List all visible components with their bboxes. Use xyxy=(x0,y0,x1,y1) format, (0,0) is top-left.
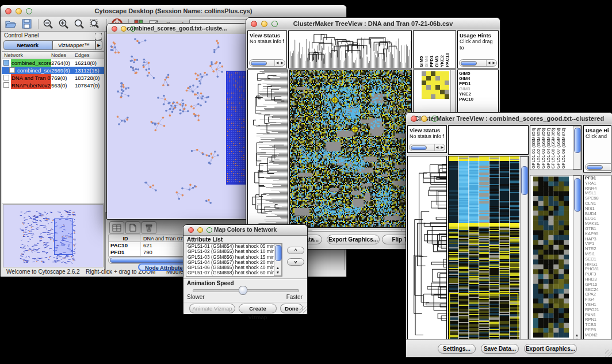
network-canvas[interactable] xyxy=(107,34,246,219)
close-button[interactable] xyxy=(5,8,12,14)
treeview2-window: ClusterMaker TreeView : combined_scores_… xyxy=(406,112,612,358)
scroll-left-icon[interactable]: ◀ xyxy=(435,144,440,151)
table-row[interactable]: DNA and Tran 07 769(0) 183728(0) xyxy=(2,74,104,82)
scroll-thumb[interactable] xyxy=(251,61,267,66)
resize-grip[interactable] xyxy=(300,306,307,313)
minimize-button[interactable] xyxy=(261,21,267,27)
scroll-left-icon[interactable]: ◀ xyxy=(487,60,492,66)
float-panel-icon[interactable] xyxy=(95,33,102,40)
minimize-button[interactable] xyxy=(421,116,427,122)
scroll-right-icon[interactable]: ▶ xyxy=(439,144,445,151)
global-heatmap-pane[interactable] xyxy=(289,70,412,228)
treeview1-titlebar[interactable]: ClusterMaker TreeView : DNA and Tran 07-… xyxy=(246,18,500,30)
move-up-button[interactable]: ^ xyxy=(287,247,304,254)
row-dendrogram-canvas[interactable] xyxy=(408,156,446,350)
save-data-button[interactable]: Save Data... xyxy=(481,344,519,354)
view-status-text: No status info f xyxy=(250,39,284,44)
close-button[interactable] xyxy=(112,26,117,32)
zoom-fit-icon[interactable] xyxy=(88,18,102,30)
new-attribute-icon[interactable] xyxy=(125,221,140,234)
column-dendrogram-pane[interactable] xyxy=(448,125,529,155)
zoom-heatmap-pane[interactable]: ▲▼ xyxy=(530,175,582,344)
zoom-button[interactable] xyxy=(130,26,136,32)
zoom-matrix-canvas[interactable] xyxy=(422,71,449,99)
zoom-button[interactable] xyxy=(26,8,32,14)
scroll-left-icon[interactable]: ◀ xyxy=(275,60,280,66)
list-item[interactable]: GPL51-07 (GSM868) heat shock 60 min xyxy=(186,270,274,275)
zoom-vscrollbar[interactable]: ▲▼ xyxy=(573,175,581,343)
vscroll-thumb[interactable] xyxy=(275,245,282,261)
zoom-button[interactable] xyxy=(206,227,212,233)
close-button[interactable] xyxy=(411,116,417,122)
slider-handle[interactable] xyxy=(239,286,247,295)
view-status-scrollbar[interactable]: ◀▶ xyxy=(409,144,445,151)
table-row[interactable]: combined_scores 2764(0) 16218(0) xyxy=(2,59,104,67)
global-heatmap-canvas[interactable] xyxy=(290,70,411,227)
view-status-title: View Status xyxy=(250,32,285,39)
minimize-button[interactable] xyxy=(16,8,22,14)
usage-hints-scrollbar[interactable] xyxy=(585,163,611,171)
minimize-button[interactable] xyxy=(197,227,203,233)
scroll-thumb[interactable] xyxy=(587,165,603,170)
export-graphics-button[interactable]: Export Graphics... xyxy=(327,235,380,244)
treeview2-body: View Status No status info f ◀▶ GPL51-01… xyxy=(406,124,612,357)
zoom-actual-icon[interactable] xyxy=(72,18,86,30)
row-dendrogram-pane[interactable] xyxy=(247,70,288,228)
resize-grip[interactable] xyxy=(605,350,612,357)
vscroll-thumb[interactable] xyxy=(574,178,581,212)
scroll-right-icon[interactable]: ▶ xyxy=(491,60,496,66)
close-button[interactable] xyxy=(188,227,194,233)
gene-label[interactable]: MON2 xyxy=(585,333,611,338)
scroll-up-icon[interactable]: ▲ xyxy=(575,333,579,337)
row-label: YKE2 xyxy=(459,91,498,97)
zoom-heatmap-canvas[interactable] xyxy=(533,177,569,338)
scroll-right-icon[interactable]: ▶ xyxy=(280,60,285,66)
main-titlebar[interactable]: Cytoscape Desktop (Session Name: collins… xyxy=(1,5,346,17)
network-overview-thumbnail[interactable] xyxy=(3,204,104,267)
move-down-button[interactable]: v xyxy=(287,258,304,266)
scroll-up-icon[interactable]: ▲ xyxy=(276,266,280,270)
column-dendrogram-pane[interactable] xyxy=(288,30,412,68)
listbox-vscrollbar[interactable]: ▲▼ xyxy=(274,244,282,276)
close-button[interactable] xyxy=(251,21,257,27)
scroll-thumb[interactable] xyxy=(411,145,427,150)
export-graphics-button[interactable]: Export Graphics... xyxy=(524,344,577,354)
row-dendrogram-canvas[interactable] xyxy=(248,70,288,227)
save-icon[interactable] xyxy=(20,18,33,30)
treeview2-titlebar[interactable]: ClusterMaker TreeView : combined_scores_… xyxy=(406,113,612,125)
heatmap-vscrollbar[interactable]: ▲▼ xyxy=(520,156,528,350)
vscroll-thumb[interactable] xyxy=(521,166,528,195)
attribute-items: GPL51-01 (GSM854) heat shock 05 minGPL51… xyxy=(186,244,274,276)
column-label: GPL51-08 (GSM872) xyxy=(561,126,567,168)
tab-overflow-arrow[interactable]: ▶ xyxy=(95,40,102,50)
tab-network[interactable]: Network xyxy=(3,40,52,50)
column-label: YKE2 xyxy=(439,33,445,67)
attribute-select-icon[interactable] xyxy=(109,221,124,234)
table-row[interactable]: combined_sco 2569(6) 13112(15) xyxy=(2,67,104,74)
zoom-button[interactable] xyxy=(271,21,278,27)
view-status-scrollbar[interactable]: ◀▶ xyxy=(249,59,285,67)
row-dendrogram-pane[interactable] xyxy=(407,156,447,350)
column-dendrogram-canvas[interactable] xyxy=(289,31,411,68)
animate-vizmap-button[interactable]: Animate Vizmap xyxy=(189,304,235,313)
scroll-thumb[interactable] xyxy=(461,61,477,66)
global-heatmap-canvas[interactable] xyxy=(449,156,520,350)
delete-attribute-trash-icon[interactable] xyxy=(141,221,156,234)
network-view-titlebar[interactable]: combined_scores_good.txt--cluste... xyxy=(107,24,247,35)
scroll-down-icon[interactable]: ▼ xyxy=(276,270,280,274)
overview-canvas[interactable] xyxy=(3,205,102,266)
zoom-out-icon[interactable] xyxy=(41,18,55,30)
dialog-titlebar[interactable]: Map Colors to Network xyxy=(183,225,307,236)
create-vizmap-button[interactable]: Create Vizmap xyxy=(239,304,277,313)
usage-hints-scrollbar[interactable]: ◀▶ xyxy=(459,59,497,67)
settings-button[interactable]: Settings... xyxy=(438,344,476,354)
labels-vscrollbar[interactable] xyxy=(573,126,581,170)
zoom-in-icon[interactable] xyxy=(57,18,71,30)
zoom-button[interactable] xyxy=(431,116,438,122)
minimize-button[interactable] xyxy=(121,26,127,32)
tab-vizmapper[interactable]: VizMapper™ xyxy=(52,40,96,50)
table-row[interactable]: RNAPuberNov2+ 563(0) 107847(0) xyxy=(2,82,104,89)
global-heatmap-pane[interactable]: ▲▼ xyxy=(448,156,529,350)
vscroll-thumb[interactable] xyxy=(574,128,581,153)
open-file-icon[interactable] xyxy=(4,18,18,30)
